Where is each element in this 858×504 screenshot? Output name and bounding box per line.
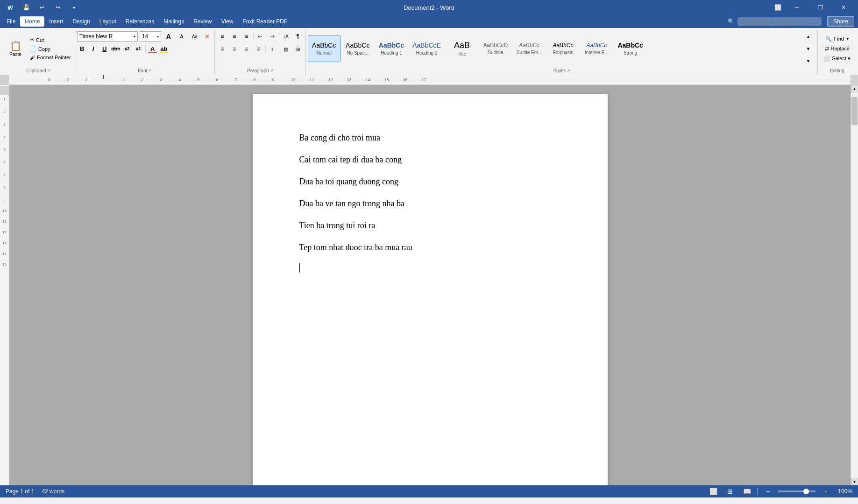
cut-button[interactable]: ✂ Cut [28,36,73,44]
find-button[interactable]: 🔍 Find ▾ [822,35,852,43]
style-title[interactable]: AaB Title [446,35,478,62]
vruler-top-margin [0,86,9,95]
shading-button[interactable]: ▨ [280,43,291,55]
align-left-button[interactable]: ≡ [217,43,228,55]
menu-mailings[interactable]: Mailings [159,16,189,27]
menu-view[interactable]: View [217,16,238,27]
style-subtle-em-preview: AaBbCc [519,42,539,49]
styles-group: AaBbCc Normal AaBbCc No Spac... AaBbCc H… [306,30,818,75]
italic-button[interactable]: I [88,43,99,54]
zoom-in-button[interactable]: + [819,485,832,498]
ruler-line [9,80,851,80]
align-right-button[interactable]: ≡ [241,43,252,55]
customize-qat-button[interactable]: ▾ [67,1,80,14]
style-no-spacing[interactable]: AaBbCc No Spac... [341,35,374,62]
document-page[interactable]: Ba cong di cho troi muaCai tom cai tep d… [253,94,608,485]
redo-button[interactable]: ↪ [51,1,64,14]
style-heading1[interactable]: AaBbCc Heading 1 [375,35,408,62]
subscript-button[interactable]: x2 [122,43,132,54]
justify-button[interactable]: ≡ [253,43,264,55]
font-family-dropdown[interactable]: Times New R ▾ [77,31,138,42]
superscript-button[interactable]: x2 [133,43,143,54]
increase-indent-button[interactable]: ⇒ [267,31,278,42]
sort-button[interactable]: ↕A [280,31,291,42]
clipboard-expand-icon[interactable]: ↗ [47,69,50,73]
menu-review[interactable]: Review [189,16,216,27]
menu-references[interactable]: References [121,16,159,27]
document-area[interactable]: Ba cong di cho troi muaCai tom cai tep d… [9,85,851,485]
styles-scroll-up[interactable]: ▲ [802,31,814,42]
center-button[interactable]: ≡ [229,43,240,55]
replace-button[interactable]: ⇄ Replace [821,44,853,53]
scroll-up-button[interactable]: ▲ [851,85,858,92]
line-spacing-button[interactable]: ↕ [267,43,278,55]
underline-button[interactable]: U [99,43,110,54]
highlight-button[interactable]: ab [159,43,169,54]
menu-design[interactable]: Design [68,16,94,27]
paragraph-expand-icon[interactable]: ↗ [270,69,273,73]
menu-home[interactable]: Home [20,16,44,27]
print-layout-button[interactable]: ⬜ [707,485,720,498]
menu-foxit[interactable]: Foxit Reader PDF [238,16,292,27]
save-button[interactable]: 💾 [20,1,33,14]
clear-formatting-button[interactable]: ✕ [202,31,213,42]
zoom-out-button[interactable]: ─ [761,485,774,498]
borders-button[interactable]: ⊞ [292,43,304,55]
minimize-button[interactable]: ─ [786,0,808,15]
styles-more-button[interactable]: ▼ [802,55,814,66]
style-heading2[interactable]: AaBbCcE Heading 2 [409,35,445,62]
change-case-button[interactable]: Aa [189,31,200,42]
zoom-slider[interactable] [778,490,815,492]
paste-button[interactable]: 📋 Paste [4,39,27,58]
menu-file[interactable]: File [2,16,20,27]
show-hide-button[interactable]: ¶ [292,31,304,42]
font-size-dropdown[interactable]: 14 ▾ [140,31,161,42]
restore-button[interactable]: ❐ [809,0,831,15]
paragraph-row-1: ≡ ≡ ≡ ⇐ ⇒ ↕A ¶ [217,31,304,42]
scroll-track[interactable] [851,92,858,478]
style-strong[interactable]: AaBbCc Strong [614,35,646,62]
style-strong-preview: AaBbCc [617,42,643,49]
menu-insert[interactable]: Insert [44,16,68,27]
style-title-label: Title [458,51,467,56]
format-painter-button[interactable]: 🖌 Format Painter [28,54,73,61]
vertical-ruler: 1 2 3 4 5 6 7 8 9 10 11 12 13 14 15 [0,85,9,485]
font-shrink-button[interactable]: A [176,31,187,42]
read-mode-button[interactable]: 📖 [740,485,753,498]
numbering-button[interactable]: ≡ [229,31,240,42]
tell-me-input[interactable] [737,17,822,26]
style-subtitle[interactable]: AaBbCcD Subtitle [479,35,512,62]
style-emphasis[interactable]: AaBbCc Emphasis [546,35,579,62]
vertical-scrollbar[interactable]: ▲ ▼ [851,85,858,485]
strikethrough-button[interactable]: abc [111,43,121,54]
replace-icon: ⇄ [825,46,829,52]
styles-scroll-down[interactable]: ▼ [802,43,814,54]
style-no-spacing-label: No Spac... [347,50,369,56]
para-divider1 [253,33,254,40]
undo-button[interactable]: ↩ [35,1,49,14]
font-color-button[interactable]: A [148,43,158,54]
bullets-button[interactable]: ≡ [217,31,228,42]
style-heading2-preview: AaBbCcE [412,42,441,49]
copy-button[interactable]: 📄 Copy [28,45,73,53]
decrease-indent-button[interactable]: ⇐ [255,31,266,42]
close-button[interactable]: ✕ [833,0,854,15]
style-subtle-em[interactable]: AaBbCc Subtle Em... [513,35,546,62]
ribbon-display-button[interactable]: ⬜ [771,1,784,14]
styles-expand-icon[interactable]: ↗ [567,69,570,73]
font-size-value: 14 [142,33,148,40]
font-grow-button[interactable]: A [163,31,174,42]
multilevel-button[interactable]: ≡ [241,31,252,42]
bold-button[interactable]: B [77,43,87,54]
scroll-thumb[interactable] [851,97,858,125]
window-controls: ⬜ ─ ❐ ✕ [771,0,854,15]
style-normal[interactable]: AaBbCc Normal [308,35,340,62]
menu-layout[interactable]: Layout [95,16,121,27]
zoom-slider-thumb[interactable] [803,489,809,494]
scroll-down-button[interactable]: ▼ [851,478,858,485]
font-expand-icon[interactable]: ↗ [148,69,151,73]
select-button[interactable]: ⬜ Select ▾ [820,54,854,63]
style-intense-em[interactable]: AaBbCc Intense E... [580,35,613,62]
share-button[interactable]: Share [827,16,854,27]
web-layout-button[interactable]: ⊞ [723,485,737,498]
